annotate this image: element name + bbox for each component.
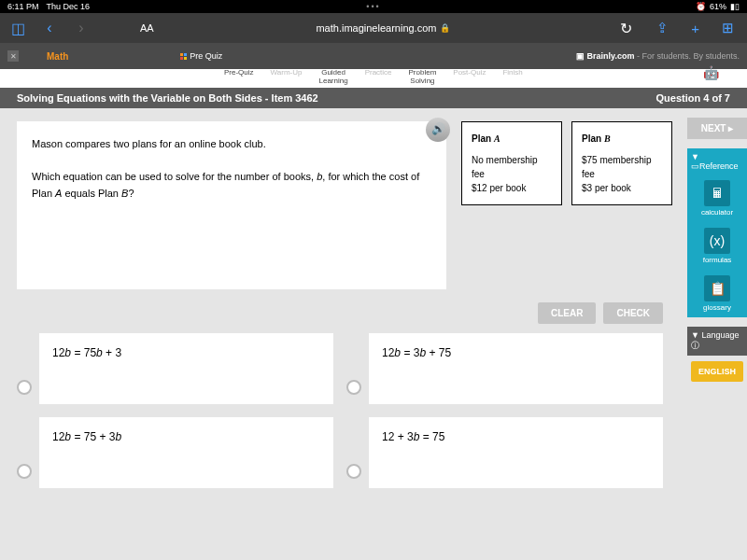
nav-warmup: Warm-Up (271, 69, 303, 77)
formulas-icon: (x) (704, 228, 730, 254)
battery-icon: ▮▯ (730, 2, 740, 11)
nav-finish: Finish (502, 69, 522, 77)
close-icon[interactable]: ✕ (7, 50, 19, 62)
answer-option-2[interactable]: 12b = 3b + 75 (346, 333, 663, 404)
glossary-icon: 📋 (704, 275, 730, 301)
robot-icon: 🤖 (703, 65, 719, 80)
lesson-nav: Pre-Quiz Warm-Up GuidedLearning Practice… (0, 69, 747, 88)
nav-postquiz: Post-Quiz (453, 69, 486, 77)
lesson-title: Solving Equations with the Variable on B… (17, 92, 318, 104)
battery-percent: 61% (710, 2, 726, 11)
back-icon[interactable]: ‹ (39, 18, 60, 38)
address-bar[interactable]: math.imaginelearning.com 🔒 (165, 22, 602, 34)
english-button[interactable]: ENGLISH (691, 361, 743, 382)
formulas-tool[interactable]: (x) formulas (687, 222, 747, 270)
alarm-icon: ⏰ (696, 2, 706, 11)
plan-a-box: Plan A No membership fee $12 per book (461, 121, 562, 205)
calculator-tool[interactable]: 🖩 calculator (687, 175, 747, 222)
calculator-icon: 🖩 (704, 180, 730, 206)
question-header: Solving Equations with the Variable on B… (0, 88, 747, 108)
status-time: 6:11 PM (7, 2, 39, 11)
forward-icon: › (71, 18, 92, 38)
tabs-icon[interactable]: ⊞ (722, 20, 734, 36)
reference-header[interactable]: ▼ ▭Reference (687, 148, 747, 175)
safari-toolbar: ◫ ‹ › AA math.imaginelearning.com 🔒 ↻ ⇪ … (0, 13, 747, 43)
status-date: Thu Dec 16 (47, 2, 91, 11)
prequiz-indicator: Pre Quiz (180, 51, 222, 61)
new-tab-icon[interactable]: + (691, 21, 699, 36)
action-buttons: CLEAR CHECK (0, 302, 747, 333)
question-progress: Question 4 of 7 (656, 92, 730, 104)
plan-b-box: Plan B $75 membership fee $3 per book (571, 121, 672, 205)
audio-icon[interactable]: 🔊 (426, 118, 450, 142)
math-tab[interactable]: Math (47, 51, 68, 62)
radio-icon[interactable] (17, 380, 32, 395)
language-header[interactable]: ▼ Language ⓘ (687, 327, 747, 356)
question-text: 🔊 Mason compares two plans for an online… (17, 121, 446, 289)
answers-grid: 12b = 75b + 3 12b = 3b + 75 12b = 75 + 3… (0, 333, 747, 488)
answer-option-1[interactable]: 12b = 75b + 3 (17, 333, 333, 404)
text-size-button[interactable]: AA (140, 22, 154, 34)
clear-button[interactable]: CLEAR (538, 302, 596, 324)
reload-icon[interactable]: ↻ (620, 20, 632, 37)
sidebar-toggle-icon[interactable]: ◫ (7, 18, 28, 38)
nav-practice: Practice (365, 69, 392, 77)
tab-strip: ✕ Math Pre Quiz ▣ Brainly.com - For stud… (0, 43, 747, 69)
glossary-tool[interactable]: 📋 glossary (687, 270, 747, 317)
next-button[interactable]: NEXT ▸ (687, 118, 747, 139)
nav-guided[interactable]: GuidedLearning (318, 69, 347, 86)
side-panel: NEXT ▸ ▼ ▭Reference 🖩 calculator (x) for… (687, 118, 747, 387)
lock-icon: 🔒 (440, 23, 450, 33)
plans-container: Plan A No membership fee $12 per book Pl… (461, 121, 672, 205)
nav-problem[interactable]: ProblemSolving (409, 69, 437, 86)
check-button[interactable]: CHECK (603, 302, 663, 324)
radio-icon[interactable] (17, 464, 32, 479)
radio-icon[interactable] (346, 464, 361, 479)
url-text: math.imaginelearning.com (316, 22, 436, 34)
status-dots: ••• (366, 2, 380, 11)
ios-status-bar: 6:11 PM Thu Dec 16 ••• ⏰ 61% ▮▯ (0, 0, 747, 13)
share-icon[interactable]: ⇪ (656, 20, 669, 36)
brainly-tab[interactable]: ▣ Brainly.com - For students. By student… (576, 51, 740, 61)
answer-option-3[interactable]: 12b = 75 + 3b (17, 417, 333, 488)
content-area: 🔊 Mason compares two plans for an online… (0, 108, 747, 302)
answer-option-4[interactable]: 12 + 3b = 75 (346, 417, 663, 488)
radio-icon[interactable] (346, 380, 361, 395)
nav-prequiz[interactable]: Pre-Quiz (224, 69, 254, 77)
